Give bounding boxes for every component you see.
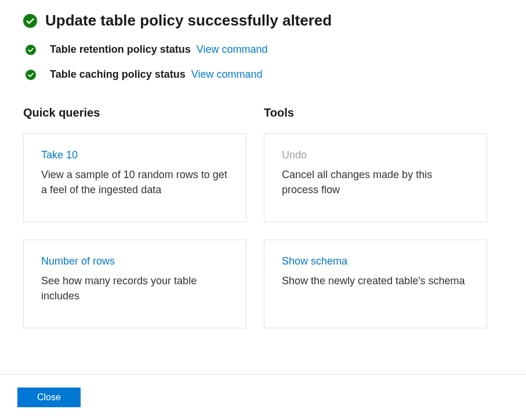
view-command-link-caching[interactable]: View command	[191, 68, 263, 81]
card-number-of-rows[interactable]: Number of rows See how many records your…	[23, 240, 246, 328]
card-take-10[interactable]: Take 10 View a sample of 10 random rows …	[23, 133, 246, 222]
page-title: Update table policy successfully altered	[45, 12, 332, 30]
card-desc: View a sample of 10 random rows to get a…	[41, 167, 228, 197]
status-retention-label: Table retention policy status	[50, 44, 191, 56]
card-title-show-schema[interactable]: Show schema	[282, 255, 347, 267]
card-title-number-of-rows[interactable]: Number of rows	[41, 255, 115, 267]
tools-column: Tools Undo Cancel all changes made by th…	[264, 106, 487, 346]
success-check-icon	[23, 14, 37, 28]
card-title-take-10[interactable]: Take 10	[41, 149, 78, 161]
close-button[interactable]: Close	[17, 388, 81, 407]
svg-point-2	[26, 70, 36, 80]
card-title-undo: Undo	[282, 149, 307, 161]
card-desc: Cancel all changes made by this process …	[282, 167, 469, 197]
card-undo: Undo Cancel all changes made by this pro…	[264, 133, 487, 222]
quick-queries-heading: Quick queries	[23, 106, 246, 120]
status-caching-label: Table caching policy status	[50, 68, 186, 81]
card-show-schema[interactable]: Show schema Show the newly created table…	[264, 240, 487, 328]
quick-queries-column: Quick queries Take 10 View a sample of 1…	[23, 106, 246, 346]
dialog-footer: Close	[0, 374, 526, 420]
svg-point-0	[23, 14, 37, 28]
card-desc: See how many records your table includes	[41, 273, 228, 303]
view-command-link-retention[interactable]: View command	[197, 44, 268, 56]
tools-heading: Tools	[264, 106, 487, 120]
success-check-icon	[26, 70, 36, 80]
svg-point-1	[26, 45, 36, 55]
success-check-icon	[26, 45, 36, 55]
card-desc: Show the newly created table's schema	[282, 273, 469, 288]
